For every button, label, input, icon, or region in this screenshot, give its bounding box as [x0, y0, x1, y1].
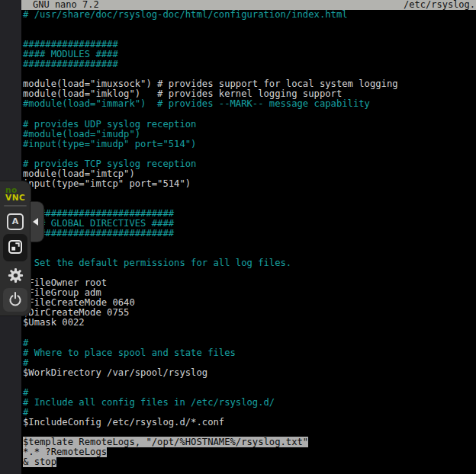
editor-line: #module(load="immark") # provides --MARK… [23, 99, 476, 109]
novnc-logo: no VNC [5, 186, 25, 201]
editor-line: $DirCreateMode 0755 [23, 308, 476, 318]
novnc-logo-vnc: VNC [5, 194, 25, 201]
nano-file-path: /etc/rsyslog. [404, 0, 476, 10]
fullscreen-icon [7, 239, 24, 258]
editor-line: # Where to place spool and state files [23, 348, 476, 358]
editor-line [23, 189, 476, 199]
editor-line: $IncludeConfig /etc/rsyslog.d/*.conf [23, 418, 476, 428]
terminal-window[interactable]: GNU nano 7.2 /etc/rsyslog. # /usr/share/… [21, 0, 476, 474]
editor-line [23, 328, 476, 338]
clipboard-button[interactable]: A [6, 213, 24, 231]
fullscreen-button[interactable] [3, 234, 27, 261]
editor-line: # Include all config files in /etc/rsysl… [23, 398, 476, 408]
settings-button[interactable] [5, 267, 25, 287]
clipboard-icon: A [7, 213, 24, 230]
editor-line: & stop [23, 457, 476, 467]
disconnect-button[interactable] [3, 288, 27, 312]
editor-buffer[interactable]: # /usr/share/doc/rsyslog-doc/html/config… [21, 10, 476, 474]
novnc-screen: GNU nano 7.2 /etc/rsyslog. # /usr/share/… [0, 0, 476, 474]
editor-line: $Umask 0022 [23, 318, 476, 328]
editor-line: #input(type="imudp" port="514") [23, 139, 476, 149]
editor-line [23, 378, 476, 388]
panel-divider [4, 205, 27, 207]
collapse-arrow-icon [33, 218, 38, 226]
power-icon [7, 290, 24, 309]
editor-line: # Set the default permissions for all lo… [23, 258, 476, 268]
editor-line: *.* ?RemoteLogs [23, 447, 476, 457]
gear-icon [7, 267, 24, 287]
editor-line: ################# [23, 59, 476, 69]
editor-line: # /usr/share/doc/rsyslog-doc/html/config… [23, 10, 476, 20]
editor-line [23, 239, 476, 248]
editor-line [23, 20, 476, 30]
editor-line: input(type="imtcp" port="514") [23, 179, 476, 189]
control-bar-handle[interactable] [31, 202, 43, 242]
editor-line: $WorkDirectory /var/spool/rsyslog [23, 368, 476, 378]
editor-line: ########################### [23, 229, 476, 239]
novnc-control-bar: no VNC A [0, 181, 31, 315]
